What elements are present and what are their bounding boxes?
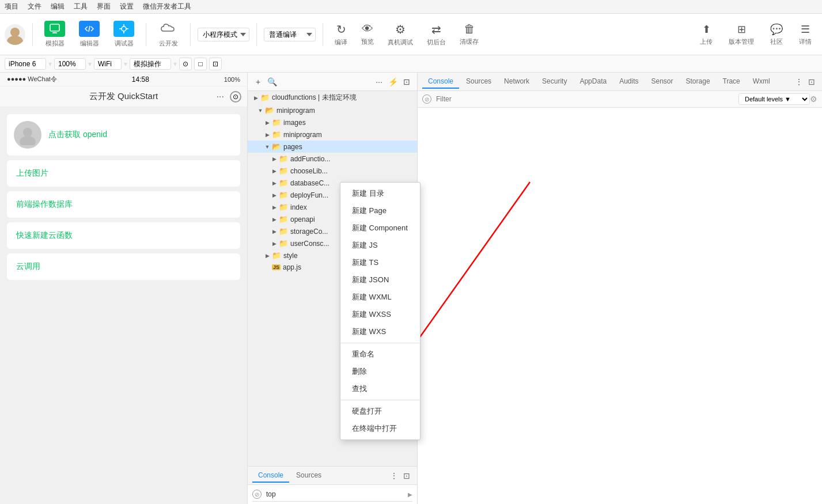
tree-item-chooselib[interactable]: ▶ 📁 chooseLib... xyxy=(248,165,417,177)
right-tab-storage[interactable]: Storage xyxy=(680,75,716,89)
tree-arrow-pages: ▼ xyxy=(264,143,271,150)
device-select[interactable]: iPhone 6 xyxy=(5,58,46,70)
ctx-new-component[interactable]: 新建 Component xyxy=(340,219,420,237)
tab-console[interactable]: Console xyxy=(252,469,289,483)
menu-project[interactable]: 项目 xyxy=(5,2,18,12)
right-tab-network[interactable]: Network xyxy=(498,75,535,89)
right-tab-security[interactable]: Security xyxy=(536,75,573,89)
right-tab-trace[interactable]: Trace xyxy=(717,75,746,89)
right-tab-wxml[interactable]: Wxml xyxy=(747,75,776,89)
folder-icon-miniprogram2: 📁 xyxy=(272,130,281,139)
right-tab-appdata[interactable]: AppData xyxy=(574,75,612,89)
ctx-new-json[interactable]: 新建 JSON xyxy=(340,271,420,289)
ctx-new-ts[interactable]: 新建 TS xyxy=(340,254,420,271)
tree-item-miniprogram2[interactable]: ▶ 📁 miniprogram xyxy=(248,128,417,141)
preview-label: 预览 xyxy=(361,37,374,46)
right-tab-dock[interactable]: ⊡ xyxy=(806,76,817,88)
zoom-select[interactable]: 100% xyxy=(54,58,86,70)
tree-item-cloudfunctions[interactable]: ▶ 📁 cloudfunctions | 未指定环境 xyxy=(248,91,417,104)
compile-select[interactable]: 普通编译 自定义编译 xyxy=(264,28,316,41)
realdev-button[interactable]: ⚙ 真机调试 xyxy=(383,20,418,49)
menu-devtools[interactable]: 微信开发者工具 xyxy=(143,2,191,12)
ctx-rename[interactable]: 重命名 xyxy=(340,346,420,363)
compile-button[interactable]: ↻ 编译 xyxy=(330,20,352,49)
ctx-new-wxs[interactable]: 新建 WXS xyxy=(340,323,420,340)
phone-record-btn[interactable]: ⊙ xyxy=(230,91,241,103)
community-button[interactable]: 💬 社区 xyxy=(764,21,789,48)
right-tab-sources[interactable]: Sources xyxy=(460,75,497,89)
ctx-new-page[interactable]: 新建 Page xyxy=(340,202,420,219)
version-button[interactable]: ⊞ 版本管理 xyxy=(723,21,760,48)
file-more-btn[interactable]: ··· xyxy=(373,76,385,88)
folder-icon-databasec: 📁 xyxy=(279,179,288,187)
levels-select[interactable]: Default levels ▼ xyxy=(738,93,810,105)
sub-icon-3[interactable]: ⊡ xyxy=(209,58,222,70)
right-tab-menu[interactable]: ⋮ xyxy=(793,76,805,88)
cloud-button[interactable]: 云开发 xyxy=(153,18,183,50)
operation-select[interactable]: 模拟操作 xyxy=(130,58,171,70)
phone-menu-dots[interactable]: ··· xyxy=(217,92,224,102)
right-tab-console[interactable]: Console xyxy=(422,75,459,89)
ctx-open-terminal[interactable]: 在终端中打开 xyxy=(340,420,420,437)
upload-icon: ⬆ xyxy=(702,23,711,36)
preview-button[interactable]: 👁 预览 xyxy=(357,20,378,48)
phone-section-database[interactable]: 前端操作数据库 xyxy=(7,191,240,218)
editor-button[interactable]: 编辑器 xyxy=(74,18,104,50)
ctx-new-wxml[interactable]: 新建 WXML xyxy=(340,289,420,306)
network-select[interactable]: WiFi xyxy=(94,58,122,70)
tree-arrow-cloudfunctions: ▶ xyxy=(252,94,259,101)
console-filter-input[interactable] xyxy=(436,95,738,103)
sub-icon-1[interactable]: ⊙ xyxy=(179,58,192,70)
tab-sources[interactable]: Sources xyxy=(290,469,327,483)
menu-interface[interactable]: 界面 xyxy=(97,2,111,12)
tree-item-miniprogram[interactable]: ▼ 📂 miniprogram xyxy=(248,104,417,116)
file-add-btn[interactable]: + xyxy=(252,76,264,88)
right-tab-sensor[interactable]: Sensor xyxy=(646,75,679,89)
phone-section-cloud-func[interactable]: 快速新建云函数 xyxy=(7,222,240,249)
menu-edit[interactable]: 编辑 xyxy=(51,2,65,12)
folder-icon-chooselib: 📁 xyxy=(279,166,288,175)
phone-user-row[interactable]: 点击获取 openid xyxy=(7,114,240,156)
ctx-open-disk[interactable]: 硬盘打开 xyxy=(340,403,420,420)
sub-sep-3: ▾ xyxy=(124,60,127,68)
menu-settings[interactable]: 设置 xyxy=(120,2,134,12)
sub-icon-2[interactable]: □ xyxy=(194,58,207,70)
file-filter-btn[interactable]: ⚡ xyxy=(387,76,399,88)
menu-tools[interactable]: 工具 xyxy=(74,2,88,12)
ctx-delete[interactable]: 删除 xyxy=(340,363,420,380)
file-collapse-btn[interactable]: ⊡ xyxy=(401,76,412,88)
right-tab-audits[interactable]: Audits xyxy=(613,75,644,89)
mode-select[interactable]: 小程序模式 插件模式 xyxy=(198,28,249,41)
tree-label-appjs: app.js xyxy=(283,263,301,271)
tree-item-addfunction[interactable]: ▶ 📁 addFunctio... xyxy=(248,153,417,165)
ctx-new-dir[interactable]: 新建 目录 xyxy=(340,185,420,202)
backend-label: 切后台 xyxy=(427,38,446,47)
tree-item-images[interactable]: ▶ 📁 images xyxy=(248,116,417,128)
ctx-find[interactable]: 查找 xyxy=(340,380,420,397)
simulator-button[interactable]: 模拟器 xyxy=(40,18,70,50)
menu-file[interactable]: 文件 xyxy=(28,2,41,12)
phone-section-cloud-call-text: 云调用 xyxy=(16,262,40,271)
folder-icon-deployfun: 📁 xyxy=(279,191,288,199)
tab-dock-icon[interactable]: ⊡ xyxy=(401,470,412,482)
console-gear-icon[interactable]: ⚙ xyxy=(810,94,817,104)
ctx-sep-2 xyxy=(340,400,420,400)
phone-openid-link[interactable]: 点击获取 openid xyxy=(48,130,107,140)
clearcache-button[interactable]: 🗑 清缓存 xyxy=(455,20,483,48)
upload-button[interactable]: ⬆ 上传 xyxy=(694,21,718,48)
file-search-btn[interactable]: 🔍 xyxy=(266,76,278,88)
phone-section-upload[interactable]: 上传图片 xyxy=(7,160,240,187)
ctx-new-js[interactable]: 新建 JS xyxy=(340,237,420,254)
tree-item-pages[interactable]: ▼ 📂 pages xyxy=(248,141,417,153)
ctx-new-wxss[interactable]: 新建 WXSS xyxy=(340,306,420,323)
tree-arrow-userconsc: ▶ xyxy=(271,240,278,247)
more-button[interactable]: ☰ 详情 xyxy=(793,21,817,48)
backend-button[interactable]: ⇄ 切后台 xyxy=(422,20,450,49)
phone-status-bar: ●●●●● WeChat令 14:58 100% xyxy=(0,73,247,86)
bottom-tabs: Console Sources ⋮ ⊡ xyxy=(248,467,417,485)
phone-section-cloud-call[interactable]: 云调用 xyxy=(7,253,240,280)
toolbar-sep-1 xyxy=(32,23,33,46)
debugger-button[interactable]: 调试器 xyxy=(109,18,139,50)
tab-menu-icon[interactable]: ⋮ xyxy=(388,470,400,482)
console-input-field[interactable] xyxy=(266,490,403,498)
